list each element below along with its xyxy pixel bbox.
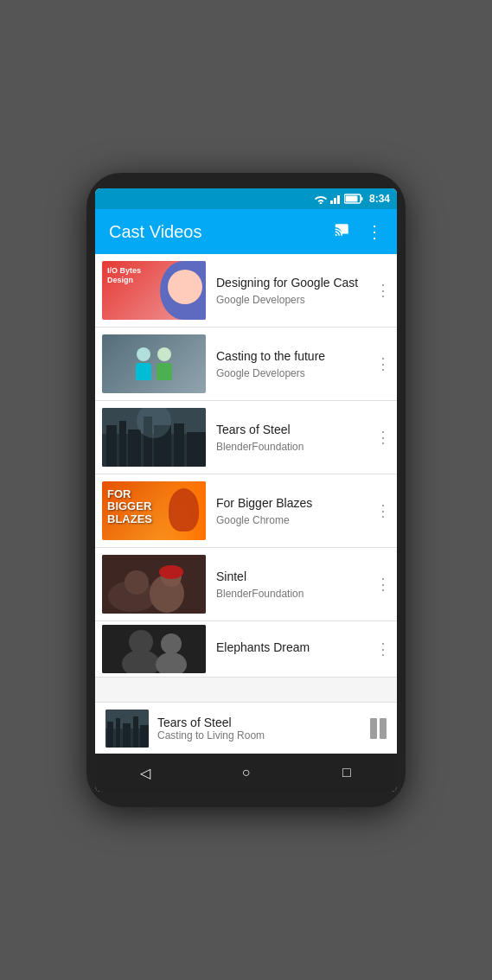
- video-info: Casting to the future Google Developers: [206, 348, 369, 379]
- svg-rect-11: [119, 421, 126, 467]
- figure-1: [136, 347, 151, 380]
- item-more-button[interactable]: ⋮: [369, 575, 397, 594]
- app-bar: Cast Videos ⋮: [95, 209, 397, 254]
- video-info: Tears of Steel BlenderFoundation: [206, 422, 369, 452]
- item-more-button[interactable]: ⋮: [369, 281, 397, 300]
- thumb-label: I/O BytesDesign: [107, 266, 141, 285]
- status-icons: 8:34: [314, 193, 390, 205]
- item-more-button[interactable]: ⋮: [369, 501, 397, 520]
- figure-body: [157, 363, 172, 380]
- cast-thumb-image: [105, 710, 149, 748]
- video-channel: BlenderFoundation: [216, 441, 362, 453]
- video-channel: Google Chrome: [216, 514, 362, 526]
- video-info: Elephants Dream: [206, 640, 369, 658]
- recents-button[interactable]: □: [329, 755, 364, 790]
- svg-rect-6: [361, 197, 362, 200]
- video-title[interactable]: For Bigger Blazes: [216, 495, 362, 511]
- nav-bar: ◁ ○ □: [95, 754, 397, 792]
- status-bar: 8:34: [95, 188, 397, 209]
- list-item: FORBIGGERBLAZES For Bigger Blazes Google…: [95, 474, 397, 548]
- svg-point-20: [125, 570, 149, 595]
- svg-rect-33: [123, 723, 131, 748]
- cast-bar[interactable]: Tears of Steel Casting to Living Room: [95, 702, 397, 754]
- video-thumbnail[interactable]: [102, 334, 206, 393]
- thumb-label: FORBIGGERBLAZES: [107, 488, 152, 525]
- home-button[interactable]: ○: [228, 755, 263, 790]
- video-title[interactable]: Elephants Dream: [216, 640, 362, 655]
- cast-title: Tears of Steel: [157, 716, 361, 729]
- phone-device: 8:34 Cast Videos ⋮ I/O BytesDesign: [86, 173, 406, 807]
- video-title[interactable]: Tears of Steel: [216, 422, 362, 437]
- sintel-thumb: [102, 555, 206, 614]
- cast-button[interactable]: [333, 222, 352, 242]
- video-title[interactable]: Designing for Google Cast: [216, 275, 362, 290]
- svg-rect-31: [107, 722, 113, 748]
- more-options-button[interactable]: ⋮: [366, 221, 383, 242]
- cast-subtitle: Casting to Living Room: [157, 729, 361, 741]
- elephants-thumb: [102, 625, 206, 673]
- svg-rect-2: [334, 198, 336, 204]
- svg-point-0: [319, 202, 322, 204]
- figure-2: [157, 347, 172, 380]
- battery-icon: [344, 194, 363, 204]
- video-info: Designing for Google Cast Google Develop…: [206, 275, 369, 305]
- svg-rect-32: [116, 718, 120, 748]
- list-item: Tears of Steel BlenderFoundation ⋮: [95, 401, 397, 474]
- signal-icon: [330, 194, 342, 204]
- video-thumbnail[interactable]: [102, 555, 206, 614]
- video-title[interactable]: Casting to the future: [216, 348, 362, 364]
- list-item: I/O BytesDesign Designing for Google Cas…: [95, 254, 397, 328]
- video-channel: Google Developers: [216, 294, 362, 306]
- list-item: Elephants Dream ⋮: [95, 621, 397, 678]
- thumb-face: [168, 270, 202, 304]
- video-thumbnail[interactable]: [102, 625, 206, 673]
- pause-bar-left: [370, 718, 377, 739]
- pause-bar-right: [380, 718, 387, 739]
- app-bar-icons: ⋮: [333, 221, 383, 242]
- cast-info: Tears of Steel Casting to Living Room: [149, 716, 370, 741]
- thumb-figure: [169, 488, 199, 531]
- figure-head: [137, 347, 150, 361]
- phone-screen: 8:34 Cast Videos ⋮ I/O BytesDesign: [95, 188, 397, 792]
- svg-point-27: [161, 633, 182, 654]
- svg-rect-12: [128, 430, 141, 467]
- svg-rect-3: [337, 195, 340, 204]
- video-title[interactable]: Sintel: [216, 569, 362, 584]
- cast-thumb: [105, 710, 149, 748]
- svg-rect-34: [133, 716, 138, 748]
- svg-rect-10: [106, 425, 117, 467]
- svg-rect-16: [187, 432, 206, 467]
- svg-point-23: [159, 565, 183, 579]
- svg-rect-15: [174, 423, 184, 467]
- figure-head: [157, 347, 171, 361]
- video-channel: BlenderFoundation: [216, 588, 362, 600]
- city-silhouette: [102, 408, 206, 467]
- video-info: For Bigger Blazes Google Chrome: [206, 495, 369, 525]
- video-info: Sintel BlenderFoundation: [206, 569, 369, 599]
- svg-rect-1: [330, 200, 333, 204]
- back-button[interactable]: ◁: [128, 755, 163, 790]
- list-item: Casting to the future Google Developers …: [95, 328, 397, 401]
- status-time: 8:34: [369, 193, 390, 205]
- pause-button[interactable]: [370, 718, 387, 739]
- video-thumbnail[interactable]: I/O BytesDesign: [102, 261, 206, 320]
- list-item: Sintel BlenderFoundation ⋮: [95, 548, 397, 621]
- video-thumbnail[interactable]: [102, 408, 206, 467]
- item-more-button[interactable]: ⋮: [369, 428, 397, 447]
- item-more-button[interactable]: ⋮: [369, 354, 397, 373]
- svg-rect-7: [345, 196, 357, 202]
- cast-icon: [333, 222, 352, 238]
- video-channel: Google Developers: [216, 367, 362, 379]
- video-list: I/O BytesDesign Designing for Google Cas…: [95, 254, 397, 702]
- video-thumbnail[interactable]: FORBIGGERBLAZES: [102, 481, 206, 540]
- wifi-icon: [314, 194, 328, 204]
- thumb-people-group: [136, 347, 172, 380]
- figure-body: [136, 363, 151, 380]
- app-title: Cast Videos: [109, 222, 333, 242]
- item-more-button[interactable]: ⋮: [369, 640, 397, 659]
- svg-rect-35: [140, 725, 149, 748]
